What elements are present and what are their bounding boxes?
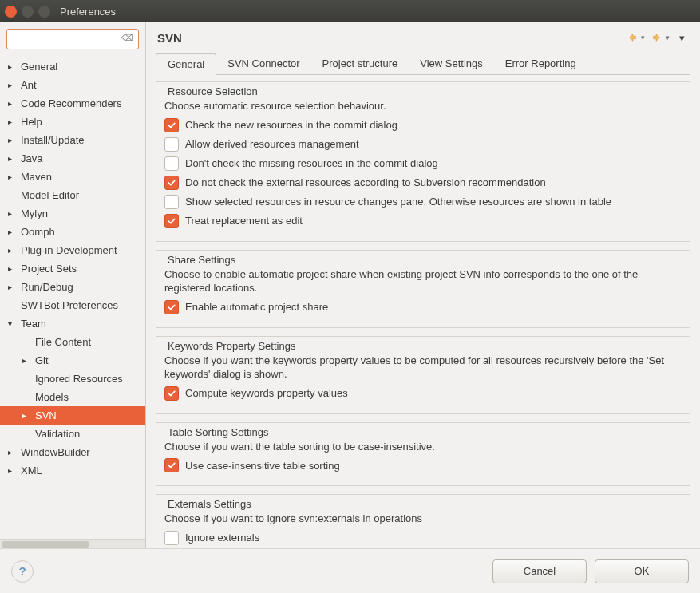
tree-item-help[interactable]: ▸Help (0, 113, 145, 131)
preferences-tree[interactable]: ▸General▸Ant▸Code Recommenders▸Help▸Inst… (0, 56, 145, 539)
tree-item-label: Maven (21, 171, 145, 183)
section-legend: Table Sorting Settings (164, 426, 271, 438)
nav-back-menu[interactable]: ▾ (641, 34, 645, 42)
section-legend: Share Settings (164, 254, 239, 266)
tree-item-git[interactable]: ▸Git (0, 351, 145, 370)
chevron-right-icon: ▸ (5, 136, 14, 144)
tab-bar: GeneralSVN ConnectorProject structureVie… (156, 53, 690, 75)
section-externals: Externals SettingsChoose if you want to … (156, 494, 690, 548)
section-legend: Resource Selection (164, 85, 261, 97)
option-row: Show selected resources in resource chan… (164, 195, 682, 209)
option-label: Use case-insensitive table sorting (185, 460, 340, 472)
tree-item-code-recommenders[interactable]: ▸Code Recommenders (0, 94, 145, 113)
nav-forward-button[interactable] (650, 30, 664, 45)
tree-item-label: Help (21, 116, 145, 128)
checkbox[interactable] (164, 176, 179, 190)
checkbox[interactable] (164, 300, 179, 314)
tab-error-reporting[interactable]: Error Reporting (494, 53, 587, 75)
view-menu-button[interactable]: ▾ (674, 30, 689, 45)
option-label: Treat replacement as edit (185, 215, 303, 227)
tree-item-mylyn[interactable]: ▸Mylyn (0, 204, 145, 223)
option-label: Ignore externals (185, 532, 259, 544)
checkbox[interactable] (164, 195, 179, 209)
tree-item-file-content[interactable]: ▸File Content (0, 333, 145, 351)
tab-view-settings[interactable]: View Settings (409, 53, 494, 75)
help-button[interactable]: ? (11, 560, 34, 583)
tree-item-oomph[interactable]: ▸Oomph (0, 223, 145, 241)
tree-item-label: Plug-in Development (21, 244, 145, 256)
section-description: Choose if you want the keywords property… (164, 354, 682, 381)
clear-filter-icon[interactable]: ⌫ (121, 33, 134, 43)
tree-item-xml[interactable]: ▸XML (0, 461, 145, 480)
tree-item-maven[interactable]: ▸Maven (0, 168, 145, 186)
ok-button[interactable]: OK (595, 559, 689, 583)
section-keywords: Keywords Property SettingsChoose if you … (156, 336, 690, 414)
section-legend: Keywords Property Settings (164, 340, 299, 352)
section-legend: Externals Settings (164, 498, 255, 510)
chevron-right-icon: ▸ (5, 62, 14, 71)
tab-svn-connector[interactable]: SVN Connector (216, 53, 310, 75)
tree-item-ignored-resources[interactable]: ▸Ignored Resources (0, 370, 145, 388)
chevron-right-icon: ▸ (5, 448, 14, 457)
tree-item-validation[interactable]: ▸Validation (0, 425, 145, 443)
option-label: Check the new resources in the commit di… (185, 119, 397, 131)
tree-item-model-editor[interactable]: ▸Model Editor (0, 186, 145, 204)
option-label: Compute keywords property values (185, 387, 348, 399)
tree-item-install-update[interactable]: ▸Install/Update (0, 131, 145, 149)
checkbox[interactable] (164, 156, 179, 171)
option-row: Don't check the missing resources in the… (164, 156, 682, 171)
tab-general[interactable]: General (156, 53, 216, 75)
window-maximize-button[interactable] (38, 6, 50, 18)
option-row: Allow derived resources management (164, 137, 682, 152)
section-resource: Resource SelectionChoose automatic resou… (156, 81, 690, 242)
tree-item-team[interactable]: ▾Team (0, 314, 145, 333)
checkbox[interactable] (164, 214, 179, 228)
tree-item-label: Run/Debug (21, 281, 145, 293)
option-row: Check the new resources in the commit di… (164, 118, 682, 132)
section-sorting: Table Sorting SettingsChoose if you want… (156, 422, 690, 487)
tree-item-project-sets[interactable]: ▸Project Sets (0, 259, 145, 278)
window-minimize-button[interactable] (22, 6, 34, 18)
option-label: Enable automatic project share (185, 301, 328, 313)
filter-input[interactable] (6, 29, 139, 49)
checkbox[interactable] (164, 137, 179, 152)
section-share: Share SettingsChoose to enable automatic… (156, 250, 690, 328)
tree-item-label: Project Sets (21, 263, 145, 275)
chevron-right-icon: ▸ (5, 117, 14, 126)
checkbox[interactable] (164, 458, 179, 472)
tree-item-ant[interactable]: ▸Ant (0, 76, 145, 94)
tree-item-general[interactable]: ▸General (0, 57, 145, 76)
tree-item-label: Models (35, 391, 145, 403)
tree-item-models[interactable]: ▸Models (0, 388, 145, 406)
tree-item-label: Git (35, 354, 145, 366)
tree-item-label: General (21, 61, 145, 73)
horizontal-scrollbar[interactable] (0, 539, 145, 548)
tab-project-structure[interactable]: Project structure (311, 53, 409, 75)
tree-item-java[interactable]: ▸Java (0, 149, 145, 168)
chevron-right-icon: ▸ (19, 411, 29, 420)
cancel-button[interactable]: Cancel (492, 559, 587, 583)
chevron-right-icon: ▸ (5, 154, 14, 163)
dialog-footer: ? Cancel OK (0, 548, 700, 593)
tree-item-swtbot-preferences[interactable]: ▸SWTBot Preferences (0, 296, 145, 314)
tree-item-label: Code Recommenders (21, 97, 145, 109)
checkbox[interactable] (164, 118, 179, 132)
tree-item-label: Java (21, 152, 145, 164)
chevron-right-icon: ▸ (5, 264, 14, 273)
nav-back-button[interactable] (625, 30, 639, 45)
tree-item-svn[interactable]: ▸SVN (0, 406, 145, 425)
tree-item-run-debug[interactable]: ▸Run/Debug (0, 278, 145, 296)
window-title: Preferences (60, 6, 116, 18)
chevron-right-icon: ▸ (19, 356, 29, 365)
checkbox[interactable] (164, 531, 179, 545)
tree-item-windowbuilder[interactable]: ▸WindowBuilder (0, 443, 145, 461)
nav-forward-menu[interactable]: ▾ (666, 34, 670, 42)
tree-item-plug-in-development[interactable]: ▸Plug-in Development (0, 241, 145, 259)
chevron-down-icon: ▾ (5, 319, 14, 328)
window-close-button[interactable] (5, 6, 17, 18)
chevron-right-icon: ▸ (5, 227, 14, 236)
page-title: SVN (157, 31, 623, 45)
main-panel: SVN ▾ ▾ ▾ GeneralSVN ConnectorProject st… (146, 22, 700, 548)
option-row: Treat replacement as edit (164, 214, 682, 228)
checkbox[interactable] (164, 386, 179, 401)
